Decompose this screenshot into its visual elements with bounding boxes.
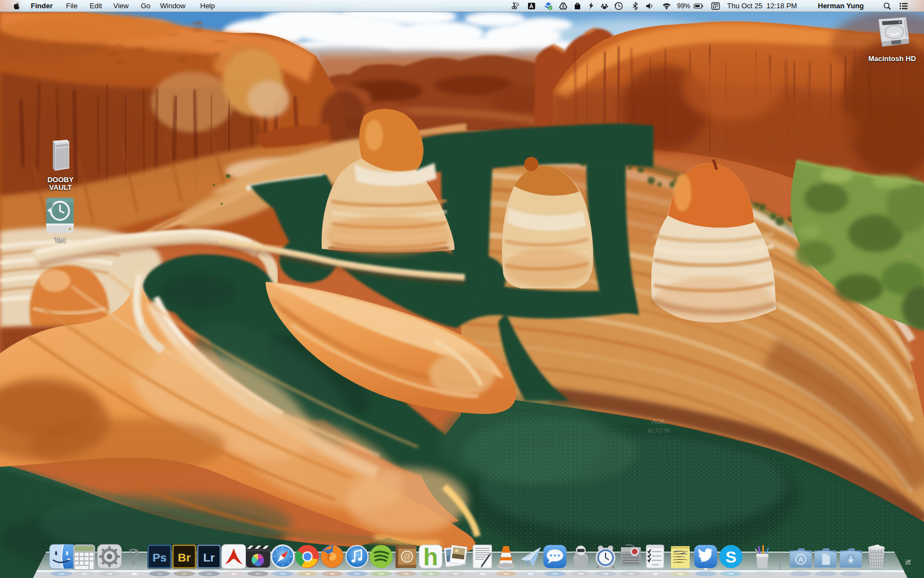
svg-text:ALTO IN: ALTO IN	[647, 427, 670, 434]
svg-text:A: A	[798, 555, 804, 564]
svg-text:?: ?	[128, 543, 140, 570]
svg-text:@: @	[403, 552, 411, 561]
svg-text:i3: i3	[906, 252, 912, 259]
svg-text:S: S	[725, 548, 736, 566]
svg-text:Ps: Ps	[152, 551, 167, 564]
svg-text:Br: Br	[178, 551, 190, 564]
svg-text:AOL: AOL	[652, 417, 666, 426]
svg-text:h: h	[424, 543, 438, 570]
svg-text:Lr: Lr	[204, 551, 215, 564]
